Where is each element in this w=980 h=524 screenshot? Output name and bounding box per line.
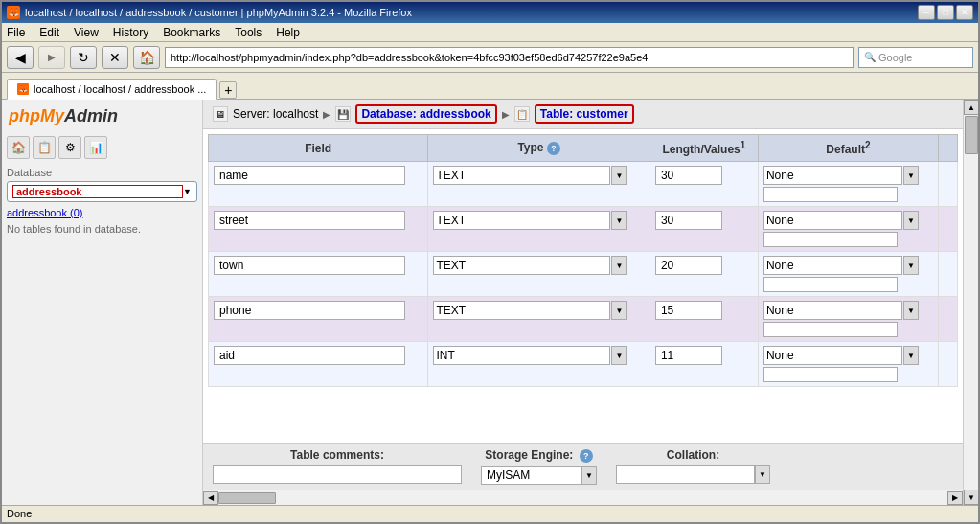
col-header-extra xyxy=(939,135,958,162)
field-name-input[interactable] xyxy=(214,166,405,185)
field-name-cell xyxy=(209,342,428,387)
new-tab-button[interactable]: + xyxy=(219,81,237,99)
default-select-arrow: ▼ xyxy=(903,256,919,275)
field-length-cell xyxy=(650,207,758,252)
field-type-select[interactable]: TEXT xyxy=(433,301,610,320)
forward-button[interactable]: ▶ xyxy=(38,46,65,69)
table-comments-input[interactable] xyxy=(213,465,462,484)
type-select-arrow: ▼ xyxy=(611,256,627,275)
database-select[interactable]: addressbook ▼ xyxy=(7,181,197,202)
field-length-input[interactable] xyxy=(655,166,722,185)
table-comments-label: Table comments: xyxy=(213,448,462,462)
breadcrumb-bar: 🖥 Server: localhost ▶ 💾 Database: addres… xyxy=(203,100,963,129)
scroll-thumb[interactable] xyxy=(218,492,276,504)
field-default-select[interactable]: None xyxy=(763,301,902,320)
menu-bookmarks[interactable]: Bookmarks xyxy=(163,26,220,39)
field-type-select[interactable]: TEXT xyxy=(433,166,610,185)
scroll-down-button[interactable]: ▼ xyxy=(964,490,978,505)
horizontal-scrollbar[interactable]: ◀ ▶ xyxy=(203,490,963,505)
field-town-input[interactable] xyxy=(214,256,405,275)
field-type-select[interactable]: TEXT xyxy=(433,256,610,275)
sidebar-stats-icon[interactable]: 📊 xyxy=(84,136,107,159)
nav-bar: ◀ ▶ ↻ ✕ 🏠 http://localhost/phpmyadmin/in… xyxy=(2,42,978,73)
menu-view[interactable]: View xyxy=(74,26,99,39)
field-default-value-input[interactable] xyxy=(763,367,898,382)
title-bar: 🦊 localhost / localhost / addressbook / … xyxy=(2,2,978,23)
search-bar[interactable]: 🔍 Google xyxy=(858,47,973,68)
field-length-input[interactable] xyxy=(655,211,722,230)
field-length-cell xyxy=(650,297,758,342)
field-default-select[interactable]: None xyxy=(763,346,902,365)
back-button[interactable]: ◀ xyxy=(7,46,34,69)
field-phone-input[interactable] xyxy=(214,301,405,320)
field-default-select[interactable]: None xyxy=(763,166,902,185)
default-select-arrow: ▼ xyxy=(903,346,919,365)
refresh-button[interactable]: ↻ xyxy=(70,46,97,69)
field-street-input[interactable] xyxy=(214,211,405,230)
stop-button[interactable]: ✕ xyxy=(102,46,128,69)
sidebar-docs-icon[interactable]: 📋 xyxy=(33,136,56,159)
engine-select-wrapper: MyISAM ▼ xyxy=(481,466,597,485)
addressbook-link[interactable]: addressbook (0) xyxy=(7,207,197,218)
field-aid-input[interactable] xyxy=(214,346,405,365)
field-type-cell: TEXT ▼ xyxy=(428,207,650,252)
sidebar-toolbar: 🏠 📋 ⚙ 📊 xyxy=(7,136,197,159)
menu-tools[interactable]: Tools xyxy=(235,26,262,39)
field-extra-cell xyxy=(939,207,958,252)
field-length-input[interactable] xyxy=(655,346,722,365)
status-text: Done xyxy=(7,508,32,519)
window-controls: ─ □ ✕ xyxy=(918,5,973,20)
vertical-scrollbar[interactable]: ▲ ▼ xyxy=(963,100,978,505)
menu-edit[interactable]: Edit xyxy=(39,26,59,39)
phpmyadmin-logo: phpMyAdmin xyxy=(7,104,197,128)
collation-select[interactable] xyxy=(616,465,755,484)
menu-help[interactable]: Help xyxy=(276,26,300,39)
field-default-select[interactable]: None xyxy=(763,211,902,230)
collation-select-wrapper: ▼ xyxy=(616,465,770,484)
tab-label: localhost / localhost / addressbook ... xyxy=(34,83,206,95)
field-default-value-input[interactable] xyxy=(763,277,898,292)
home-button[interactable]: 🏠 xyxy=(133,46,160,69)
breadcrumb-server: Server: localhost xyxy=(233,107,318,121)
field-default-select[interactable]: None xyxy=(763,256,902,275)
minimize-button[interactable]: ─ xyxy=(918,5,935,20)
field-default-value-input[interactable] xyxy=(763,322,898,337)
col-header-field: Field xyxy=(209,135,428,162)
browser-icon: 🦊 xyxy=(7,6,20,19)
browser-tab-active[interactable]: 🦊 localhost / localhost / addressbook ..… xyxy=(7,79,217,100)
field-name-cell xyxy=(209,252,428,297)
no-tables-message: No tables found in database. xyxy=(7,223,197,235)
column-table: Field Type ? Length/Values1 Default2 xyxy=(208,134,958,387)
close-button[interactable]: ✕ xyxy=(956,5,973,20)
field-length-input[interactable] xyxy=(655,256,722,275)
field-length-input[interactable] xyxy=(655,301,722,320)
default-select-arrow: ▼ xyxy=(903,301,919,320)
engine-help-icon[interactable]: ? xyxy=(580,449,593,463)
db-icon: 💾 xyxy=(335,106,351,122)
scroll-up-button[interactable]: ▲ xyxy=(964,100,978,115)
scroll-left-button[interactable]: ◀ xyxy=(203,491,218,505)
type-select-arrow: ▼ xyxy=(611,301,627,320)
sidebar: phpMyAdmin 🏠 📋 ⚙ 📊 Database addressbook … xyxy=(2,100,203,505)
breadcrumb-table[interactable]: Table: customer xyxy=(535,104,634,124)
sidebar-home-icon[interactable]: 🏠 xyxy=(7,136,30,159)
v-scroll-thumb[interactable] xyxy=(965,116,978,154)
field-type-cell: TEXT ▼ xyxy=(428,297,650,342)
breadcrumb-database[interactable]: Database: addressbook xyxy=(355,104,496,124)
type-help-icon[interactable]: ? xyxy=(547,142,560,155)
engine-select[interactable]: MyISAM xyxy=(481,466,581,485)
sidebar-settings-icon[interactable]: ⚙ xyxy=(58,136,81,159)
field-name-cell xyxy=(209,162,428,207)
menu-history[interactable]: History xyxy=(113,26,148,39)
field-default-value-input[interactable] xyxy=(763,232,898,247)
address-bar[interactable]: http://localhost/phpmyadmin/index.php?db… xyxy=(165,47,854,68)
scroll-right-button[interactable]: ▶ xyxy=(947,491,963,505)
field-type-select[interactable]: INT xyxy=(433,346,610,365)
menu-file[interactable]: File xyxy=(7,26,25,39)
breadcrumb-sep1: ▶ xyxy=(323,109,330,120)
content-area: phpMyAdmin 🏠 📋 ⚙ 📊 Database addressbook … xyxy=(2,100,978,505)
col-header-type: Type ? xyxy=(428,135,650,162)
field-default-value-input[interactable] xyxy=(763,187,898,202)
maximize-button[interactable]: □ xyxy=(937,5,954,20)
field-type-select[interactable]: TEXT xyxy=(433,211,610,230)
